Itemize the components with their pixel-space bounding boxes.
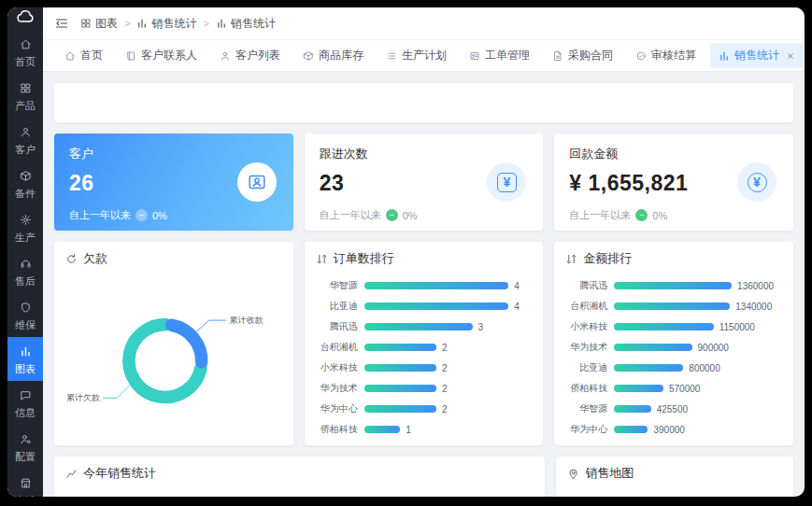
panel-year-sales: 今年销售统计: [54, 457, 545, 497]
bar-value-label: 2: [442, 404, 448, 415]
breadcrumb-separator: >: [124, 18, 130, 29]
tab-production-plan[interactable]: 生产计划: [378, 43, 455, 68]
bar-category-label: 台积湘机: [316, 341, 364, 354]
sidebar-item-production[interactable]: 生产: [7, 205, 43, 249]
donut-label-received: 累计收款: [230, 316, 264, 325]
tab-label: 工单管理: [485, 48, 530, 63]
user-cog-icon: [20, 432, 32, 449]
sidebar-item-messages[interactable]: 信息: [7, 381, 43, 425]
panel-title: 订单数排行: [334, 250, 394, 267]
sidebar-item-maintenance[interactable]: 维保: [7, 293, 43, 337]
tab-work-orders[interactable]: 工单管理: [461, 43, 538, 68]
bar-row: 比亚迪4: [316, 296, 533, 316]
close-icon[interactable]: [786, 51, 795, 61]
stat-trend: 自上一年以来 − 0%: [569, 208, 778, 222]
tab-customer-contacts[interactable]: 客户联系人: [117, 43, 206, 68]
bar: [614, 364, 683, 372]
tab-audit-settlement[interactable]: 审核结算: [627, 43, 705, 68]
stat-card-customers[interactable]: 客户26自上一年以来 − 0%: [54, 134, 293, 231]
bar-row: 华为技术900000: [565, 337, 782, 358]
bar-category-label: 比亚迪: [316, 300, 364, 313]
bar-category-label: 华智源: [316, 279, 364, 292]
sidebar-item-label: 客户: [15, 145, 36, 155]
content: 客户26自上一年以来 − 0%跟进次数23自上一年以来 − 0%¥回款金额¥ 1…: [43, 72, 805, 497]
bottom-row: 今年销售统计 销售地图: [54, 457, 793, 497]
sidebar-item-products[interactable]: 产品: [7, 74, 43, 118]
panel-order-rank: 订单数排行 华智源4比亚迪4腾讯迅3台积湘机2小米科技2华为技术2华为中心2侨柏…: [305, 242, 544, 445]
bar-value-label: 2: [442, 343, 448, 353]
stat-card-followups[interactable]: 跟进次数23自上一年以来 − 0%¥: [305, 134, 544, 231]
sidebar-nav: 首页产品客户备件生产售后维保图表信息配置商城: [7, 30, 43, 497]
bar-value-label: 2: [442, 384, 448, 394]
bar-category-label: 华为技术: [565, 341, 614, 354]
bar-category-label: 比亚迪: [565, 361, 614, 374]
id-card-icon: [237, 162, 277, 202]
sidebar: 首页产品客户备件生产售后维保图表信息配置商城: [7, 7, 43, 497]
breadcrumb-item[interactable]: 图表: [80, 16, 118, 32]
tab-label: 审核结算: [651, 48, 696, 63]
collapse-menu-icon[interactable]: [54, 16, 69, 31]
bar-category-label: 腾讯迅: [316, 320, 364, 333]
tab-purchase-contracts[interactable]: 采购合同: [544, 43, 621, 68]
tab-label: 生产计划: [402, 48, 447, 63]
breadcrumb-separator: >: [203, 18, 208, 29]
sidebar-item-aftersales[interactable]: 售后: [7, 249, 43, 293]
gear-icon: [20, 213, 32, 230]
stat-title: 回款金额: [569, 146, 778, 162]
bar: [364, 426, 401, 433]
bar-category-label: 华为技术: [316, 382, 364, 395]
bar: [364, 385, 436, 392]
panel-debt: 欠款 累计收款 累计欠款: [54, 242, 293, 445]
breadcrumb-item[interactable]: 销售统计: [136, 16, 196, 32]
stat-card-payments[interactable]: 回款金额¥ 1,655,821自上一年以来 − 0%¥: [554, 134, 793, 231]
bar-value-label: 1360000: [737, 281, 774, 291]
breadcrumb-item[interactable]: 销售统计: [216, 16, 276, 32]
tab-customer-list[interactable]: 客户列表: [211, 43, 289, 68]
sidebar-item-label: 产品: [15, 101, 36, 111]
sidebar-item-customers[interactable]: 客户: [7, 118, 43, 162]
doc-icon: [552, 50, 563, 62]
sidebar-item-charts[interactable]: 图表: [7, 337, 43, 381]
bar: [614, 344, 691, 351]
bar-row: 小米科技1150000: [565, 316, 782, 337]
tab-home[interactable]: 首页: [56, 43, 111, 68]
sidebar-item-label: 信息: [15, 408, 36, 418]
panel-title: 欠款: [83, 250, 107, 267]
tab-bar: 首页客户联系人客户列表商品库存生产计划工单管理采购合同审核结算销售统计: [43, 39, 805, 72]
bar-row: 台积湘机1340000: [565, 296, 782, 316]
sidebar-item-label: 备件: [15, 189, 36, 199]
bar: [364, 364, 436, 372]
sidebar-item-home[interactable]: 首页: [7, 30, 43, 74]
map-pin-icon: [567, 468, 579, 480]
tab-inventory[interactable]: 商品库存: [294, 43, 372, 68]
bar: [614, 282, 732, 289]
sidebar-item-settings[interactable]: 配置: [7, 425, 43, 469]
store-icon: [20, 476, 32, 493]
panel-year-sales-header: 今年销售统计: [54, 457, 545, 488]
sidebar-item-label: 维保: [15, 320, 36, 330]
debt-donut-svg: 累计收款 累计欠款: [65, 275, 282, 438]
panel-order-rank-header: 订单数排行: [305, 242, 544, 274]
bar-value-label: 4: [514, 281, 520, 291]
bar-value-label: 570000: [669, 384, 700, 394]
sidebar-item-parts[interactable]: 备件: [7, 162, 43, 205]
sidebar-item-mall[interactable]: 商城: [7, 469, 43, 497]
stat-title: 跟进次数: [320, 146, 529, 162]
bar-value-label: 1: [406, 425, 411, 435]
minus-circle-icon: −: [635, 209, 648, 221]
panel-amount-rank: 金额排行 腾讯迅1360000台积湘机1340000小米科技1150000华为技…: [554, 242, 793, 445]
book-icon: [125, 50, 136, 62]
bar-category-label: 台积湘机: [565, 300, 614, 313]
bar-row: 小米科技2: [316, 358, 533, 378]
tab-label: 客户联系人: [141, 48, 197, 63]
bar: [614, 323, 713, 330]
bar-value-label: 800000: [689, 363, 719, 373]
app-logo: [7, 7, 43, 30]
topbar: 图表>销售统计>销售统计: [43, 7, 805, 39]
person-icon: [220, 50, 231, 62]
bar-row: 华为中心2: [316, 399, 533, 419]
tab-sales-stats[interactable]: 销售统计: [710, 43, 804, 68]
stats-row: 客户26自上一年以来 − 0%跟进次数23自上一年以来 − 0%¥回款金额¥ 1…: [54, 134, 793, 231]
bar-value-label: 390000: [653, 425, 684, 435]
stat-trend: 自上一年以来 − 0%: [320, 208, 529, 222]
